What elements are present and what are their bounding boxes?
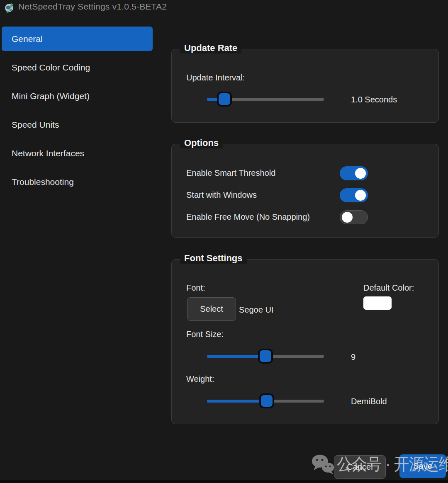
slider-thumb[interactable] [259, 393, 274, 408]
update-rate-group-title: Update Rate [180, 43, 241, 53]
start-with-windows-label: Start with Windows [186, 190, 257, 200]
toggle-knob [355, 190, 366, 201]
sidebar-item-network-interfaces[interactable]: Network Interfaces [2, 141, 153, 165]
default-color-swatch[interactable] [363, 296, 392, 310]
smart-threshold-toggle[interactable] [340, 166, 368, 180]
options-group: Options Enable Smart Threshold Start wit… [171, 144, 439, 238]
update-interval-slider[interactable] [207, 92, 324, 107]
slider-thumb[interactable] [258, 349, 273, 364]
slider-fill [207, 355, 265, 358]
title-bar: NetSpeedTray Settings v1.0.5-BETA2 [0, 0, 448, 15]
default-color-label: Default Color: [363, 283, 414, 293]
window-title: NetSpeedTray Settings v1.0.5-BETA2 [18, 2, 167, 12]
window-bottom-edge [0, 480, 448, 483]
wechat-icon [310, 454, 336, 475]
cancel-button[interactable]: Cancel [334, 455, 386, 479]
weight-value: DemiBold [351, 397, 387, 406]
start-with-windows-toggle[interactable] [340, 188, 368, 202]
free-move-toggle[interactable] [340, 210, 368, 224]
slider-thumb[interactable] [217, 92, 232, 107]
update-rate-group: Update Rate Update Interval: 1.0 Seconds [171, 49, 439, 123]
sidebar-item-general[interactable]: General [2, 27, 153, 51]
sidebar-item-troubleshooting[interactable]: Troubleshooting [2, 170, 153, 194]
sidebar-item-speed-units[interactable]: Speed Units [2, 112, 153, 137]
font-size-value: 9 [351, 352, 355, 362]
sidebar-item-speed-color-coding[interactable]: Speed Color Coding [2, 55, 153, 80]
font-select-button[interactable]: Select [187, 297, 236, 321]
weight-label: Weight: [186, 374, 214, 384]
save-button[interactable]: Save [399, 454, 446, 478]
netspeedtray-settings-window: NetSpeedTray Settings v1.0.5-BETA2 Gener… [0, 0, 448, 483]
options-group-title: Options [180, 138, 223, 148]
weight-slider[interactable] [207, 393, 324, 408]
toggle-knob [355, 168, 366, 179]
update-interval-label: Update Interval: [186, 73, 245, 83]
font-label: Font: [186, 283, 205, 293]
free-move-label: Enable Free Move (No Snapping) [186, 212, 310, 222]
slider-fill [207, 400, 267, 403]
update-interval-value: 1.0 Seconds [351, 95, 397, 104]
font-family-value: Segoe UI [239, 305, 273, 315]
font-size-slider[interactable] [207, 349, 324, 364]
smart-threshold-label: Enable Smart Threshold [186, 168, 275, 178]
font-settings-group-title: Font Settings [180, 253, 247, 264]
sidebar-item-mini-graph-widget[interactable]: Mini Graph (Widget) [2, 84, 153, 108]
font-settings-group: Font Settings Font: Default Color: Selec… [171, 259, 439, 424]
app-icon [4, 2, 15, 13]
font-size-label: Font Size: [186, 330, 224, 339]
toggle-knob [342, 212, 353, 223]
